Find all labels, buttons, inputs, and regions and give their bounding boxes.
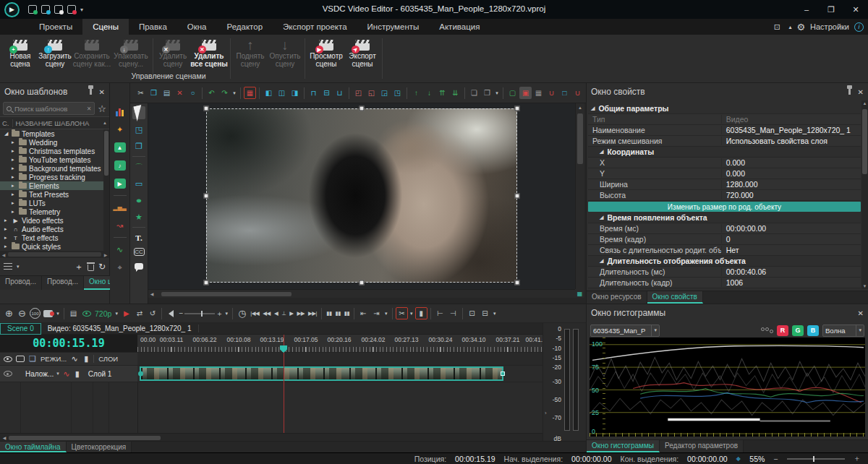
ellipse-select-icon[interactable]: ○	[187, 87, 199, 99]
quick-save-project-icon[interactable]	[28, 5, 37, 14]
move-up-icon[interactable]: ↑	[410, 87, 422, 99]
delete-template-icon[interactable]	[88, 265, 94, 271]
copy-style-icon[interactable]: ❏	[468, 87, 480, 99]
cut-caret-icon[interactable]: ▾	[409, 307, 414, 319]
star-tool-icon[interactable]: ★	[132, 210, 145, 223]
menu-scenes[interactable]: Сцены	[82, 19, 129, 35]
tab-color-correction[interactable]: Цветокоррекция	[67, 442, 132, 452]
curve-tool-icon[interactable]: ⌒	[132, 160, 145, 173]
timeline-zoom-out-icon[interactable]: ⊖	[16, 307, 28, 319]
set-position-icon[interactable]: ⊥	[280, 307, 287, 319]
tree-item-youtube[interactable]: ▸YouTube templates	[0, 155, 109, 164]
loop-icon[interactable]: ↺	[146, 307, 158, 319]
align-right-icon[interactable]: ◨	[289, 87, 301, 99]
snap-grid-icon[interactable]: ▦	[244, 87, 256, 99]
go-to-start-icon[interactable]: |◀◀	[249, 307, 260, 319]
play-icon[interactable]: ▶	[288, 307, 294, 319]
align-middle-icon[interactable]: ⊟	[320, 87, 333, 99]
copy-icon[interactable]: ❐	[148, 87, 160, 99]
clip-start-handle[interactable]	[138, 371, 143, 377]
settings-gear-icon[interactable]: ⚙	[796, 22, 805, 33]
align-center-icon[interactable]: ◫	[276, 87, 288, 99]
align-bottom-icon[interactable]: ⊔	[333, 87, 346, 99]
text-tool-icon[interactable]: T.	[132, 231, 145, 244]
stage-edit-corner-icon[interactable]: ▦	[575, 289, 584, 298]
fit-parent-icon[interactable]: ◲	[378, 87, 391, 99]
window-caret-icon[interactable]: ▾	[492, 307, 498, 319]
timeline-zoom-in-icon[interactable]: ⊕	[3, 307, 15, 319]
menu-projects[interactable]: Проекты	[29, 19, 82, 35]
collapse-ribbon-icon[interactable]: ▴	[788, 24, 791, 30]
video-clip[interactable]	[140, 366, 503, 381]
previous-frame-icon[interactable]: ◀	[273, 307, 279, 319]
video-object-selected[interactable]	[206, 108, 517, 283]
preview-scene-button[interactable]: ▶ Просмотр сцены	[307, 38, 345, 68]
histogram-source-dropdown[interactable]: 6035435_Man_P▾	[590, 325, 660, 337]
property-row-x[interactable]: X0.000	[588, 158, 861, 168]
property-row-y[interactable]: Y0.000	[588, 168, 861, 179]
style-caret-icon[interactable]: ▾	[494, 87, 500, 99]
restore-button[interactable]: ❐	[819, 0, 843, 19]
rgb-dots-icon[interactable]	[761, 327, 773, 333]
property-row-time-ms[interactable]: Время (мс)00:00:00.00	[588, 223, 861, 234]
resize-handle-sw[interactable]	[204, 280, 209, 285]
redo-icon[interactable]: ↷	[218, 87, 231, 99]
timeline-zoom-slider[interactable]	[787, 458, 845, 460]
show-frame-icon[interactable]: □	[558, 87, 571, 99]
undo-icon[interactable]: ↶	[205, 87, 218, 99]
tab-timeline-window[interactable]: Окно таймлайна	[0, 442, 67, 452]
spline-icon[interactable]: ∿	[114, 243, 127, 256]
timeline-grid[interactable]	[0, 382, 542, 433]
razor-tool-icon[interactable]: ▮	[415, 307, 427, 319]
movement-icon[interactable]: ⌖	[114, 261, 127, 274]
blue-channel-button[interactable]: B	[807, 325, 819, 336]
meter-collapse-icon[interactable]: ›	[545, 410, 547, 416]
record-camera-icon[interactable]	[42, 307, 54, 319]
tree-item-telemetry[interactable]: ▸Telemetry	[0, 207, 109, 216]
zoom-out-icon[interactable]: −	[773, 455, 778, 463]
toolbar-expand-caret-icon[interactable]: ▾	[55, 307, 61, 319]
resize-handle-n[interactable]	[359, 106, 365, 111]
minimize-button[interactable]: –	[794, 0, 819, 19]
show-bounds-icon[interactable]: ▢	[506, 87, 519, 99]
delete-icon[interactable]: ✕	[174, 87, 186, 99]
settings-label[interactable]: Настройки	[810, 22, 849, 31]
close-panel-icon[interactable]: ✕	[858, 88, 864, 96]
preview-quality-eye-icon[interactable]	[80, 307, 93, 319]
tab-histogram-window[interactable]: Окно гистограммы	[587, 440, 660, 452]
section-general[interactable]: ◢Общие параметры	[588, 103, 861, 114]
close-button[interactable]: ✕	[843, 0, 868, 19]
go-to-end-icon[interactable]: ▶▶|	[307, 307, 318, 319]
property-row-duration-frame[interactable]: Длительность (кадр)1006	[588, 278, 861, 288]
load-scene-button[interactable]: ↑ Загрузить сцену	[38, 38, 72, 68]
scroll-up-icon[interactable]: ▲	[103, 121, 107, 125]
clip-end-handle[interactable]	[501, 371, 505, 376]
tab-parameter-editor[interactable]: Редактор параметров	[660, 440, 744, 452]
fit-timeline-icon[interactable]: ⇄	[133, 307, 145, 319]
volume-minus-icon[interactable]: −	[178, 307, 184, 319]
duplicate-tool-icon[interactable]: ❐	[132, 139, 145, 152]
sync-clock-icon[interactable]: ◷	[236, 307, 248, 319]
rectangle-tool-icon[interactable]: ▭	[132, 177, 145, 190]
template-search-input[interactable]: Поиск шаблонов ✕	[3, 102, 95, 115]
tree-h-scrollbar[interactable]: ◀▶	[0, 251, 109, 258]
section-coordinates[interactable]: ◢Координаты	[588, 147, 861, 158]
tree-scrollbar[interactable]	[103, 129, 109, 251]
property-row-duration-ms[interactable]: Длительность (мс)00:00:40.06	[588, 267, 861, 278]
audio-visualizer-icon[interactable]: ▂▅▃	[114, 201, 127, 214]
view-mode-caret-icon[interactable]: ▾	[17, 264, 20, 270]
red-channel-button[interactable]: R	[777, 325, 788, 336]
resolution-caret-icon[interactable]: ▾	[114, 307, 119, 319]
tree-item-audio-effects[interactable]: ▸∩Audio effects	[0, 225, 109, 233]
layer-film-icon[interactable]: ▮	[74, 367, 81, 380]
selection-start-marker-icon[interactable]: ⇤	[357, 307, 370, 319]
tree-item-background[interactable]: ▸Background templates	[0, 164, 109, 173]
frame-step-icon-3[interactable]: ▮▮	[343, 307, 351, 319]
volume-plus-icon[interactable]: ＋	[216, 307, 223, 319]
quick-open-project-icon[interactable]	[41, 5, 50, 14]
menu-export-project[interactable]: Экспорт проекта	[273, 19, 357, 35]
property-row-name[interactable]: Наименование6035435_Man_People_1280x720_…	[588, 125, 861, 136]
tree-item-text-presets[interactable]: ▸Text Presets	[0, 190, 109, 199]
layer-row[interactable]: Налож... ▾ ∿ ▮ Слой 1	[0, 366, 137, 382]
marker-caret-icon[interactable]: ▾	[383, 307, 389, 319]
